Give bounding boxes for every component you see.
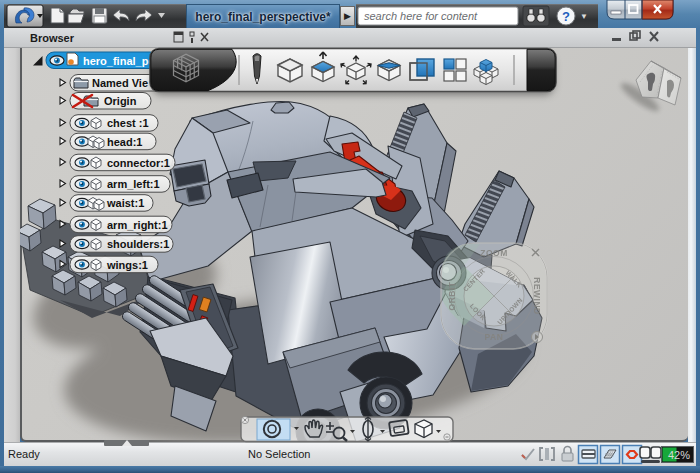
svg-text:shoulders:1: shoulders:1 <box>107 238 169 250</box>
svg-text:ORBIT: ORBIT <box>447 281 457 310</box>
svg-text:waist:1: waist:1 <box>106 197 144 209</box>
svg-text:Named Vie: Named Vie <box>92 77 148 89</box>
svg-text:arm_right:1: arm_right:1 <box>107 219 168 231</box>
svg-text:42%: 42% <box>668 449 690 461</box>
svg-text:head:1: head:1 <box>107 136 142 148</box>
svg-text:?: ? <box>562 9 570 24</box>
svg-text:ZOOM: ZOOM <box>480 248 508 258</box>
svg-text:wings:1: wings:1 <box>106 259 148 271</box>
svg-text:▼: ▼ <box>580 12 588 21</box>
svg-text:Origin: Origin <box>104 95 137 107</box>
svg-text:chest :1: chest :1 <box>107 117 149 129</box>
svg-text:No Selection: No Selection <box>248 448 310 460</box>
svg-text:connector:1: connector:1 <box>107 157 170 169</box>
svg-text:PAN: PAN <box>485 332 504 342</box>
svg-text:REWIND: REWIND <box>532 277 542 314</box>
svg-text:arm_left:1: arm_left:1 <box>107 178 160 190</box>
svg-text:Browser: Browser <box>30 32 75 44</box>
svg-text:hero_final_pe: hero_final_pe <box>83 55 155 67</box>
svg-text:search here for content: search here for content <box>364 10 478 22</box>
svg-text:Ready: Ready <box>8 448 40 460</box>
